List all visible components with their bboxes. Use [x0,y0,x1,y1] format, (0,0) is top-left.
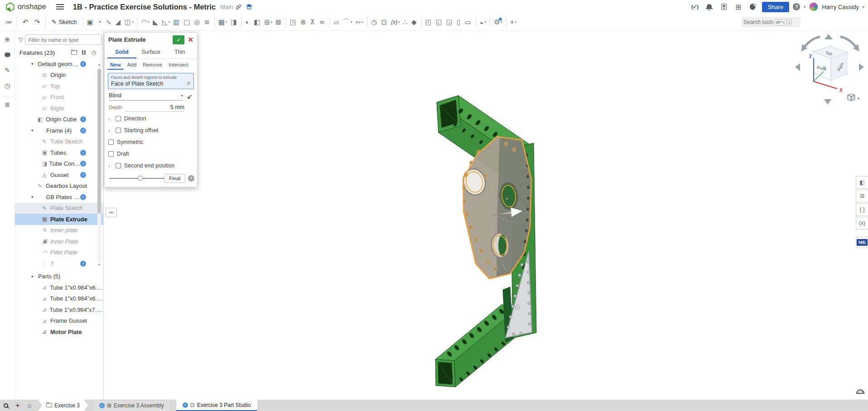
document-tab[interactable]: ! Exercise 3 [38,400,88,411]
feature-item[interactable]: ▣ Tubes ! [15,147,103,158]
feature-item[interactable]: ◌ ? ! [15,258,103,269]
option-checkbox[interactable] [108,151,114,157]
toolbar-divider[interactable] [421,17,422,27]
tab-add[interactable]: Add [125,61,139,70]
info-badge-icon[interactable]: ! [80,261,86,267]
fillet-icon[interactable]: ◠ ▾ [140,16,151,28]
thread-icon[interactable]: ≋ [203,16,212,28]
add-tab-button[interactable]: + [12,400,24,411]
settings-gear-icon[interactable]: ⚙ ▾ [492,16,504,28]
tree-caret-icon[interactable]: ▾ [31,195,38,199]
notes-panel-icon[interactable]: ✎ [3,66,12,74]
feature-item[interactable]: ◧ Origin Cube ! [15,114,103,125]
expand-chevron-icon[interactable]: › [108,127,116,134]
depth-input[interactable]: 5 mm [125,104,184,112]
featurescript-icon[interactable]: {✓} [690,2,700,12]
mkcad-app-button[interactable]: MK [856,237,868,248]
sweep-icon[interactable]: ∿ [104,16,114,28]
sheet-metal-flange-icon[interactable]: ◲ [445,16,455,28]
feature-item[interactable]: ▱ Right ! [15,103,103,114]
delete-part-icon[interactable]: ⊠ [274,16,284,28]
feature-item[interactable]: ▱ Front ! [15,92,103,103]
transform-icon[interactable]: ⊞ ▾ [263,16,274,28]
helix-icon[interactable]: ∾ ▾ [354,16,365,28]
plane-icon[interactable]: ▱ [332,16,341,28]
slider-knob[interactable] [138,176,143,181]
measure-icon[interactable]: ⌖ ▾ [509,16,518,28]
search-tabs-icon[interactable] [0,400,12,411]
mirror-icon[interactable]: ◨ [229,16,239,28]
tree-caret-icon[interactable]: ▾ [31,62,38,66]
info-badge-icon[interactable]: ! [80,61,86,67]
move-face-icon[interactable]: ◳ [289,16,299,28]
tab-intersect[interactable]: Intersect [166,61,191,70]
history-panel-icon[interactable]: ◷ [3,81,12,90]
option-checkbox[interactable] [116,116,121,121]
toolbar-divider[interactable] [367,17,367,27]
feature-item[interactable]: ▾ Default geometry ! [15,58,103,70]
end-condition-dropdown[interactable]: Blind ▾ [109,92,183,100]
share-button[interactable]: Share [762,2,790,12]
tab-new[interactable]: New [107,61,124,70]
shell-icon[interactable]: ▢ [182,16,192,28]
bom-panel-button[interactable]: ⊞ [856,190,868,202]
linear-pattern-icon[interactable]: ▦ ▾ [217,16,229,28]
feature-item[interactable]: ◠ Fillet Plate ! [15,247,103,258]
toolbar-divider[interactable] [241,17,242,27]
model-3d[interactable] [417,86,557,398]
feature-item[interactable]: ⊙ Origin ! [15,70,103,81]
delete-face-icon[interactable]: ⊗ [299,16,309,28]
feature-item[interactable]: ▣ Inner Plate ! [15,236,103,247]
document-tab[interactable]: ! ⊡ Exercise 3 Part Studio [176,400,257,411]
app-store-icon[interactable]: ⊞ [733,2,744,12]
user-menu-caret-icon[interactable]: ▾ [863,5,864,9]
new-folder-icon[interactable] [69,51,79,55]
dialog-help-icon[interactable]: ? [188,175,194,182]
filter-input[interactable] [25,34,102,45]
thicken-icon[interactable]: ◫ ▾ [123,16,135,28]
view-cube-top-face[interactable]: Top [825,51,832,56]
scrollbar-thumb[interactable] [97,69,101,214]
feature-dialog-list-button[interactable]: ≔ [106,208,117,217]
option-checkbox[interactable] [116,163,121,168]
feature-list-toggle-icon[interactable]: ≔ [3,16,14,28]
sheet-metal-tab-icon[interactable]: ▯ [455,16,463,28]
redo-button[interactable]: ↷ [31,16,43,28]
circular-pattern-icon[interactable]: ◷ [370,16,379,28]
part-item[interactable]: ⊿ Tube 1"x0.984"x7.874" [15,304,103,315]
user-avatar[interactable] [809,2,818,11]
boolean-icon[interactable]: ◐ [244,16,252,28]
view-mode-caret-icon[interactable]: ▾ [858,96,859,100]
sheet-metal-convert-icon[interactable]: ◱ [434,16,444,28]
notifications-bell-icon[interactable] [704,2,715,12]
toolbar-divider[interactable] [286,17,286,27]
tab-remove[interactable]: Remove [140,61,165,70]
split-icon[interactable]: ◧ [252,16,262,28]
appearance-panel-button[interactable]: ◧ [856,176,868,189]
feature-item[interactable]: ▣ Plate Extrude ! [15,214,103,225]
toolbar-divider[interactable] [490,17,490,27]
insert-panel-icon[interactable]: ⊕ [3,35,12,43]
tag-icon[interactable]: ◆ [410,16,419,28]
expand-chevron-icon[interactable]: › [108,115,116,122]
learning-center-icon[interactable] [244,2,255,12]
help-caret-icon[interactable]: ▾ [804,5,805,9]
feature-item[interactable]: ◨ Tube Conve... ! [15,158,103,170]
loft-icon[interactable]: ◢ [114,16,123,28]
sheet-metal-flat-icon[interactable]: ▭ [463,16,473,28]
replace-face-icon[interactable]: ⊼ [309,16,318,28]
chamfer-icon[interactable]: ◣ [151,16,160,28]
info-badge-icon[interactable]: ! [80,116,86,122]
scroll-down-icon[interactable]: ▼ [96,263,102,267]
option-checkbox[interactable] [108,139,114,145]
comments-panel-icon[interactable] [3,51,12,59]
rib-icon[interactable]: ▥ [172,16,182,28]
sketch-button[interactable]: ✎ Sketch [48,16,81,28]
model-plate-extrude-preview[interactable] [461,137,531,279]
toolbar-divider[interactable] [506,17,506,27]
home-tab-button[interactable]: ⌂ [24,400,35,411]
toolbar-divider[interactable] [329,17,330,27]
feature-item[interactable]: ◬ Gusset ! [15,169,103,181]
part-item[interactable]: ⊿ Frame Gusset [15,315,103,327]
faces-selection-field[interactable]: Faces and sketch regions to extrude Face… [108,73,194,89]
